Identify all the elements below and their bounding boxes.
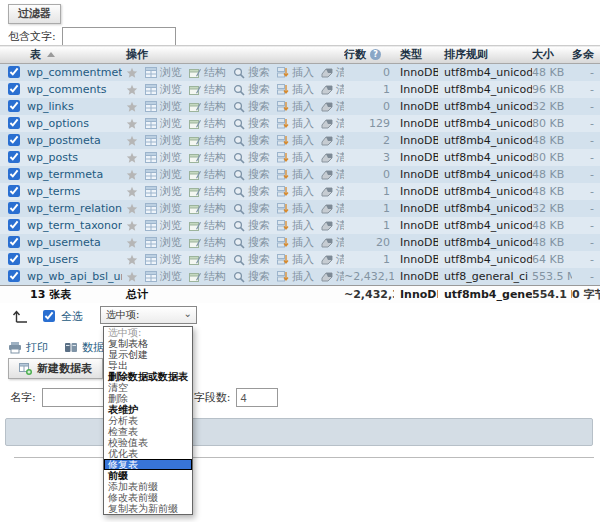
row-checkbox[interactable] [8,100,20,112]
favorite-star-icon[interactable] [126,118,138,130]
filter-input[interactable] [62,27,176,46]
insert-action[interactable]: 插入 [277,64,314,81]
empty-action[interactable]: 清空 [321,183,344,200]
structure-action[interactable]: 结构 [189,234,226,251]
table-name-link[interactable]: wp_term_relationships [27,202,122,215]
structure-action[interactable]: 结构 [189,166,226,183]
browse-action[interactable]: 浏览 [145,81,182,98]
search-action[interactable]: 搜索 [233,64,270,81]
structure-action[interactable]: 结构 [189,149,226,166]
browse-action[interactable]: 浏览 [145,115,182,132]
search-action[interactable]: 搜索 [233,268,270,285]
table-name-link[interactable]: wp_termmeta [27,168,103,181]
insert-action[interactable]: 插入 [277,268,314,285]
row-checkbox[interactable] [8,83,20,95]
row-checkbox[interactable] [8,117,20,129]
insert-action[interactable]: 插入 [277,251,314,268]
dropdown-option[interactable]: 添加表前缀 [104,481,192,492]
search-action[interactable]: 搜索 [233,132,270,149]
print-link[interactable]: 打印 [8,340,48,355]
empty-action[interactable]: 清空 [321,234,344,251]
empty-action[interactable]: 清空 [321,115,344,132]
structure-action[interactable]: 结构 [189,132,226,149]
search-action[interactable]: 搜索 [233,251,270,268]
favorite-star-icon[interactable] [126,101,138,113]
favorite-star-icon[interactable] [126,220,138,232]
favorite-star-icon[interactable] [126,203,138,215]
dropdown-option[interactable]: 前缀 [104,470,192,481]
browse-action[interactable]: 浏览 [145,268,182,285]
table-name-link[interactable]: wp_postmeta [27,134,101,147]
dropdown-option[interactable]: 复制表为新前缀 [104,503,192,514]
dropdown-option[interactable]: 检查表 [104,426,192,437]
empty-action[interactable]: 清空 [321,268,344,285]
dropdown-option[interactable]: 显示创建 [104,349,192,360]
insert-action[interactable]: 插入 [277,200,314,217]
row-checkbox[interactable] [8,151,20,163]
insert-action[interactable]: 插入 [277,115,314,132]
dropdown-option[interactable]: 优化表 [104,448,192,459]
browse-action[interactable]: 浏览 [145,98,182,115]
dropdown-option[interactable]: 导出 [104,360,192,371]
browse-action[interactable]: 浏览 [145,166,182,183]
insert-action[interactable]: 插入 [277,149,314,166]
row-checkbox[interactable] [8,219,20,231]
search-action[interactable]: 搜索 [233,149,270,166]
browse-action[interactable]: 浏览 [145,251,182,268]
column-header-collation[interactable]: 排序规则 [438,46,532,64]
help-icon[interactable]: ? [370,49,381,60]
insert-action[interactable]: 插入 [277,183,314,200]
favorite-star-icon[interactable] [126,254,138,266]
empty-action[interactable]: 清空 [321,64,344,81]
structure-action[interactable]: 结构 [189,64,226,81]
table-name-link[interactable]: wp_options [27,117,89,130]
table-name-link[interactable]: wp_links [27,100,74,113]
empty-action[interactable]: 清空 [321,166,344,183]
table-name-link[interactable]: wp_comments [27,83,106,96]
search-action[interactable]: 搜索 [233,81,270,98]
search-action[interactable]: 搜索 [233,234,270,251]
dropdown-option[interactable]: 分析表 [104,415,192,426]
with-selected-select[interactable]: 选中项: ⌄ [100,306,197,324]
column-header-rows[interactable]: 行数? [344,46,394,64]
favorite-star-icon[interactable] [126,67,138,79]
row-checkbox[interactable] [8,66,20,78]
row-checkbox[interactable] [8,270,20,282]
search-action[interactable]: 搜索 [233,183,270,200]
favorite-star-icon[interactable] [126,237,138,249]
row-checkbox[interactable] [8,185,20,197]
row-checkbox[interactable] [8,134,20,146]
empty-action[interactable]: 清空 [321,149,344,166]
search-action[interactable]: 搜索 [233,166,270,183]
dropdown-option[interactable]: 复制表格 [104,338,192,349]
structure-action[interactable]: 结构 [189,251,226,268]
insert-action[interactable]: 插入 [277,81,314,98]
empty-action[interactable]: 清空 [321,81,344,98]
structure-action[interactable]: 结构 [189,115,226,132]
empty-action[interactable]: 清空 [321,200,344,217]
column-header-type[interactable]: 类型 [394,46,438,64]
insert-action[interactable]: 插入 [277,234,314,251]
table-name-link[interactable]: wp_terms [27,185,80,198]
browse-action[interactable]: 浏览 [145,64,182,81]
search-action[interactable]: 搜索 [233,115,270,132]
dropdown-option[interactable]: 表维护 [104,404,192,415]
structure-action[interactable]: 结构 [189,200,226,217]
table-name-link[interactable]: wp_usermeta [27,236,101,249]
search-action[interactable]: 搜索 [233,98,270,115]
insert-action[interactable]: 插入 [277,132,314,149]
table-name-link[interactable]: wp_posts [27,151,78,164]
empty-action[interactable]: 清空 [321,132,344,149]
column-header-size[interactable]: 大小 [532,46,572,64]
dropdown-option[interactable]: 清空 [104,382,192,393]
favorite-star-icon[interactable] [126,186,138,198]
browse-action[interactable]: 浏览 [145,217,182,234]
row-checkbox[interactable] [8,236,20,248]
browse-action[interactable]: 浏览 [145,132,182,149]
dropdown-option[interactable]: 删除数据或数据表 [104,371,192,382]
favorite-star-icon[interactable] [126,152,138,164]
table-name-link[interactable]: wp_commentmeta [27,66,122,79]
dropdown-option[interactable]: 选中项: [104,327,192,338]
select-all-link[interactable]: 全选 [61,309,83,324]
browse-action[interactable]: 浏览 [145,200,182,217]
